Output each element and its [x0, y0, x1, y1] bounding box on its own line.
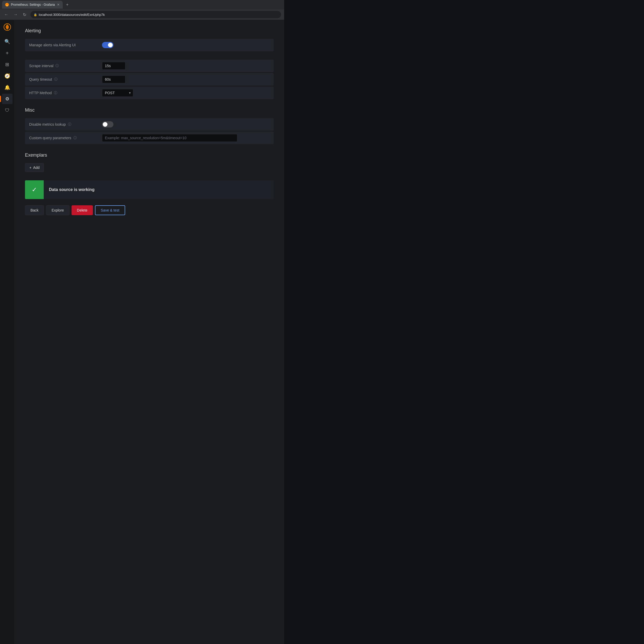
query-timeout-row: Query timeout ⓘ	[25, 73, 274, 86]
back-nav-button[interactable]: ←	[3, 11, 9, 18]
sidebar-item-search[interactable]: 🔍	[2, 36, 12, 47]
browser-chrome: 🔥 Prometheus: Settings - Grafana ✕ + ← →…	[0, 0, 284, 20]
query-timeout-value	[102, 75, 125, 83]
query-timeout-input[interactable]	[102, 75, 125, 83]
http-method-value: GET POST	[102, 89, 133, 97]
explore-button[interactable]: Explore	[46, 205, 69, 215]
back-button[interactable]: Back	[25, 205, 44, 215]
reload-button[interactable]: ↻	[22, 11, 27, 18]
http-method-select[interactable]: GET POST	[102, 89, 133, 97]
main-content: Alerting Manage alerts via Alerting UI	[15, 20, 284, 644]
status-text-box: Data source is working	[44, 180, 274, 199]
browser-tabs: 🔥 Prometheus: Settings - Grafana ✕ +	[0, 0, 284, 9]
active-tab[interactable]: 🔥 Prometheus: Settings - Grafana ✕	[2, 1, 63, 9]
forward-nav-button[interactable]: →	[12, 11, 19, 18]
manage-alerts-row: Manage alerts via Alerting UI	[25, 39, 274, 51]
bell-icon: 🔔	[4, 85, 10, 90]
custom-query-input[interactable]	[102, 134, 237, 142]
action-bar: Back Explore Delete Save & test	[25, 205, 274, 215]
shield-icon: 🛡	[5, 108, 10, 113]
disable-metrics-toggle[interactable]	[102, 121, 113, 127]
plus-icon: +	[29, 165, 31, 170]
dashboards-icon: ⊞	[5, 62, 9, 67]
sidebar: 🔍 + ⊞ 🧭 🔔 ⚙ 🛡	[0, 20, 15, 644]
lock-icon: 🔒	[34, 13, 37, 16]
plus-icon: +	[6, 50, 9, 56]
disable-metrics-thumb	[103, 122, 107, 127]
custom-query-info-icon[interactable]: ⓘ	[73, 136, 77, 140]
exemplars-section: Exemplars + Add	[25, 152, 274, 172]
scrape-interval-info-icon[interactable]: ⓘ	[55, 63, 59, 68]
alerting-section: Alerting Manage alerts via Alerting UI	[25, 28, 274, 51]
status-icon-box: ✓	[25, 180, 44, 199]
url-field[interactable]: 🔒 localhost:3000/datasources/edit/ExnUph…	[30, 11, 281, 18]
disable-metrics-row: Disable metrics lookup ⓘ	[25, 118, 274, 131]
scrape-interval-input[interactable]	[102, 62, 125, 70]
exemplars-section-title: Exemplars	[25, 152, 274, 158]
address-bar: ← → ↻ 🔒 localhost:3000/datasources/edit/…	[0, 9, 284, 20]
svg-point-1	[7, 26, 8, 28]
misc-section-title: Misc	[25, 107, 274, 113]
scrape-interval-row: Scrape interval ⓘ	[25, 60, 274, 72]
http-method-select-wrapper: GET POST	[102, 89, 133, 97]
scrape-interval-value	[102, 62, 125, 70]
status-banner: ✓ Data source is working	[25, 180, 274, 199]
add-exemplar-button[interactable]: + Add	[25, 163, 44, 172]
check-icon: ✓	[32, 186, 37, 193]
search-icon: 🔍	[4, 39, 10, 44]
save-test-button[interactable]: Save & test	[95, 205, 125, 215]
tab-favicon: 🔥	[5, 3, 9, 7]
misc-section: Misc Disable metrics lookup ⓘ Custom que…	[25, 107, 274, 144]
sidebar-item-alerts[interactable]: 🔔	[2, 82, 12, 93]
query-timeout-info-icon[interactable]: ⓘ	[54, 77, 58, 82]
manage-alerts-label: Manage alerts via Alerting UI	[29, 43, 102, 47]
custom-query-label: Custom query parameters ⓘ	[29, 136, 102, 140]
url-text: localhost:3000/datasources/edit/ExnUphp7…	[39, 13, 105, 17]
sidebar-logo[interactable]	[2, 22, 12, 32]
compass-icon: 🧭	[4, 73, 10, 79]
manage-alerts-value	[102, 42, 113, 48]
disable-metrics-info-icon[interactable]: ⓘ	[68, 122, 71, 127]
gear-icon: ⚙	[5, 96, 9, 102]
status-message: Data source is working	[49, 187, 94, 192]
manage-alerts-toggle[interactable]	[102, 42, 113, 48]
http-method-info-icon[interactable]: ⓘ	[54, 91, 57, 95]
custom-query-row: Custom query parameters ⓘ	[25, 132, 274, 144]
scrape-interval-label: Scrape interval ⓘ	[29, 63, 102, 68]
tab-title: Prometheus: Settings - Grafana	[11, 3, 55, 7]
query-settings-section: Scrape interval ⓘ Query timeout ⓘ HT	[25, 60, 274, 99]
delete-button[interactable]: Delete	[72, 205, 93, 215]
manage-alerts-thumb	[108, 43, 113, 47]
tab-close-button[interactable]: ✕	[57, 3, 60, 7]
sidebar-item-settings[interactable]: ⚙	[2, 94, 12, 104]
custom-query-value	[102, 134, 237, 142]
new-tab-button[interactable]: +	[64, 1, 71, 8]
sidebar-item-new[interactable]: +	[2, 48, 12, 58]
sidebar-item-explore[interactable]: 🧭	[2, 71, 12, 81]
http-method-row: HTTP Method ⓘ GET POST	[25, 87, 274, 99]
query-timeout-label: Query timeout ⓘ	[29, 77, 102, 82]
grafana-logo-icon	[4, 23, 11, 31]
alerting-section-title: Alerting	[25, 28, 274, 34]
sidebar-item-dashboards[interactable]: ⊞	[2, 59, 12, 70]
disable-metrics-value	[102, 121, 113, 127]
app-layout: 🔍 + ⊞ 🧭 🔔 ⚙ 🛡 Alerting Manage alerts via	[0, 20, 284, 644]
sidebar-item-shield[interactable]: 🛡	[2, 105, 12, 116]
http-method-label: HTTP Method ⓘ	[29, 91, 102, 95]
disable-metrics-label: Disable metrics lookup ⓘ	[29, 122, 102, 127]
